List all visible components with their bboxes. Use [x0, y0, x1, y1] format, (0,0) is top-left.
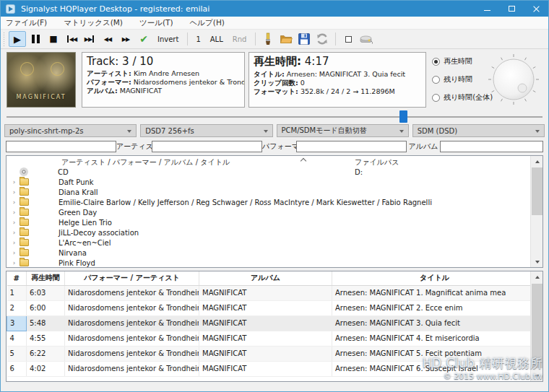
- radio-label: 再生時間: [444, 56, 472, 66]
- pause-button[interactable]: [27, 31, 44, 47]
- stop-button[interactable]: ■: [45, 31, 62, 47]
- playlist-body: 16:03Nidarosdomens jentekor & TrondheimS…: [7, 285, 537, 376]
- confirm-button[interactable]: ✔: [135, 31, 152, 47]
- toolbar-grip[interactable]: [3, 32, 6, 46]
- random-button[interactable]: Rnd: [228, 31, 251, 47]
- scrollbar-thumb[interactable]: [532, 167, 542, 215]
- minimize-button[interactable]: [475, 1, 499, 17]
- next-track-button[interactable]: ▶▶: [81, 31, 98, 47]
- playlist-row[interactable]: 44:55Nidarosdomens jentekor & TrondheimS…: [7, 331, 537, 346]
- time-mode-option[interactable]: 残り時間: [432, 74, 493, 84]
- expand-icon[interactable]: ›: [9, 197, 20, 207]
- expand-icon[interactable]: ›: [9, 238, 20, 248]
- expand-icon[interactable]: ›: [9, 187, 20, 197]
- library-column-header[interactable]: アーティスト / パフォーマー / アルバム / タイトル: [61, 157, 230, 167]
- seek-handle[interactable]: [399, 110, 407, 123]
- playlist-cell-num: 1: [7, 285, 27, 300]
- scroll-up-button[interactable]: [531, 271, 543, 282]
- previous-track-button[interactable]: ◀◀: [63, 31, 80, 47]
- playlist-row[interactable]: 56:22Nidarosdomens jentekor & TrondheimS…: [7, 346, 537, 361]
- repeat-one-button[interactable]: 1: [191, 31, 204, 47]
- playlist-row[interactable]: 16:03Nidarosdomens jentekor & TrondheimS…: [7, 285, 537, 300]
- folder-icon: [20, 259, 29, 266]
- filepath-column-header[interactable]: ファイルパス: [355, 157, 399, 167]
- library-row[interactable]: ›L'Arc~en~Ciel: [7, 238, 530, 248]
- playlist-cell-performer: Nidarosdomens jentekor & TrondheimSolist…: [65, 285, 199, 300]
- performer-filter-input[interactable]: [296, 141, 407, 152]
- menu-item-2[interactable]: ツール(T): [139, 17, 180, 30]
- library-row[interactable]: CDD:: [7, 167, 530, 177]
- invert-button[interactable]: Invert: [153, 31, 183, 47]
- artist-line: アーティスト: Kim Andre Arnesen: [87, 69, 240, 78]
- close-button[interactable]: [524, 1, 548, 17]
- combo-pcm-sdm-mode[interactable]: PCM/SDMモード自動切替: [277, 124, 409, 137]
- playlist-row[interactable]: 64:02Nidarosdomens jentekor & TrondheimS…: [7, 361, 537, 376]
- chevron-down-icon: [264, 130, 268, 133]
- repeat-all-button[interactable]: ALL: [206, 31, 228, 47]
- expand-icon[interactable]: ›: [9, 227, 20, 238]
- open-file-button[interactable]: [277, 31, 295, 47]
- playlist-row[interactable]: 26:00Nidarosdomens jentekor & TrondheimS…: [7, 300, 537, 315]
- album-filter-input[interactable]: [440, 141, 543, 152]
- expand-icon[interactable]: ›: [9, 248, 20, 258]
- combo-shaper[interactable]: DSD7 256+fs: [140, 124, 272, 137]
- seek-slider[interactable]: [1, 110, 548, 123]
- library-row[interactable]: ›Diana Krall: [7, 187, 530, 197]
- combo-value: DSD7 256+fs: [145, 127, 194, 135]
- folder-icon: [20, 209, 29, 216]
- playlist-column-header[interactable]: アルバム: [199, 271, 332, 285]
- refresh-icon: [316, 32, 329, 45]
- library-row[interactable]: ›Nirvana: [7, 248, 530, 258]
- expand-icon[interactable]: ›: [9, 217, 20, 227]
- combo-value: SDM (DSD): [418, 127, 457, 135]
- artist-filter-input[interactable]: [152, 141, 262, 152]
- playlist-column-header[interactable]: パフォーマー / アーティスト: [65, 271, 199, 285]
- rewind-button[interactable]: ◀◀: [99, 31, 116, 47]
- time-mode-option[interactable]: 残り時間(全体): [432, 92, 493, 103]
- save-playlist-button[interactable]: [295, 31, 313, 47]
- triangle-up-icon: [535, 276, 540, 279]
- menu-item-0[interactable]: ファイル(F): [6, 17, 53, 30]
- library-row[interactable]: ›Helge Lien Trio: [7, 217, 530, 227]
- volume-knob[interactable]: [486, 52, 541, 107]
- chevron-down-icon: [127, 130, 131, 133]
- scroll-up-button[interactable]: [531, 156, 543, 167]
- library-scrollbar[interactable]: [530, 156, 542, 267]
- play-button[interactable]: ▶: [9, 31, 26, 47]
- menu-item-1[interactable]: マトリックス(M): [64, 17, 129, 30]
- dac-device-icon: [359, 32, 373, 45]
- playlist-scrollbar[interactable]: [530, 271, 542, 381]
- playlist-column-header[interactable]: 再生時間: [27, 271, 65, 285]
- expand-icon[interactable]: ›: [9, 177, 20, 187]
- expand-icon[interactable]: ›: [9, 207, 20, 217]
- library-row[interactable]: ›JiLL-Decoy association: [7, 227, 530, 238]
- fast-forward-icon: ▶▶: [122, 36, 129, 43]
- time-mode-option[interactable]: 再生時間: [432, 56, 493, 66]
- playlist-column-header[interactable]: タイトル: [332, 271, 537, 285]
- scrollbar-thumb[interactable]: [532, 284, 542, 368]
- artist-label: アーティスト:: [87, 69, 131, 77]
- library-row[interactable]: ›Emilie-Claire Barlow / Kelly Jefferson …: [7, 197, 530, 207]
- scroll-down-button[interactable]: [531, 370, 543, 381]
- library-row[interactable]: ›Pink Floyd: [7, 258, 530, 267]
- search-input[interactable]: [6, 141, 116, 152]
- library-row[interactable]: ›Daft Punk: [7, 177, 530, 187]
- combo-filter[interactable]: poly-sinc-shrt-mp-2s: [4, 124, 137, 137]
- clear-playlist-button[interactable]: [259, 31, 277, 47]
- folder-icon: [20, 249, 29, 256]
- combo-output-mode[interactable]: SDM (DSD): [412, 124, 545, 137]
- output-device-button[interactable]: [358, 31, 375, 47]
- playlist-row[interactable]: 35:48Nidarosdomens jentekor & TrondheimS…: [7, 315, 537, 331]
- refresh-library-button[interactable]: [314, 31, 331, 47]
- expand-icon[interactable]: ›: [9, 258, 20, 267]
- menu-item-3[interactable]: ヘルプ(H): [190, 17, 231, 30]
- maximize-button[interactable]: [499, 1, 524, 17]
- mini-mode-button[interactable]: [340, 31, 357, 47]
- library-header[interactable]: アーティスト / パフォーマー / アルバム / タイトル ファイルパス: [7, 156, 542, 167]
- library-row[interactable]: ›Green Day: [7, 207, 530, 217]
- playlist-cell-performer: Nidarosdomens jentekor & TrondheimSolist…: [65, 315, 199, 331]
- playlist-column-header[interactable]: #: [7, 271, 27, 285]
- knob-indicator: [518, 84, 527, 92]
- fast-forward-button[interactable]: ▶▶: [117, 31, 134, 47]
- scroll-down-button[interactable]: [531, 256, 543, 267]
